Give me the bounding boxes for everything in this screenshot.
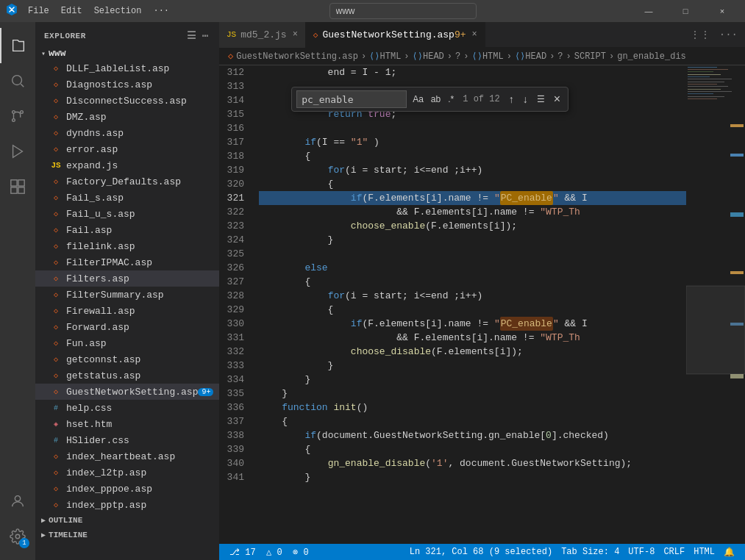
status-eol[interactable]: CRLF — [659, 544, 689, 560]
file-item-index-heartbeat[interactable]: ◇ index_heartbeat.asp — [35, 448, 219, 464]
find-all-button[interactable]: ☰ — [534, 91, 548, 107]
file-item-disconnectsuccess[interactable]: ◇ DisconnectSuccess.asp — [35, 93, 219, 109]
code-line-331: && F.elements[i].name != "WTP_Th — [259, 331, 686, 345]
svg-rect-21 — [688, 89, 721, 90]
bc-filename[interactable]: GuestNetworkSetting.asp — [236, 51, 358, 62]
svg-rect-23 — [688, 93, 713, 94]
file-name: index_heartbeat.asp — [66, 451, 175, 462]
ln-316: 316 — [219, 121, 250, 135]
bc-head[interactable]: HEAD — [423, 51, 444, 62]
activity-source-control[interactable] — [0, 98, 35, 134]
find-input[interactable] — [296, 90, 407, 108]
tab-guestnetwork[interactable]: ◇ GuestNetworkSetting.asp 9+ × — [306, 22, 485, 48]
bc-html2-icon: ⟨⟩ — [471, 51, 482, 62]
ln-325: 325 — [219, 247, 250, 261]
whole-word-button[interactable]: ab — [428, 91, 443, 107]
activity-search[interactable] — [0, 63, 35, 98]
status-position[interactable]: Ln 321, Col 68 (9 selected) — [405, 544, 557, 560]
file-item-hset[interactable]: ◈ hset.htm — [35, 416, 219, 432]
bc-head2-icon: ⟨⟩ — [515, 51, 525, 62]
file-item-guestnetwork[interactable]: ◇ GuestNetworkSetting.asp 9+ — [35, 384, 219, 400]
tab-md5[interactable]: JS md5_2.js × — [219, 22, 306, 48]
find-close-button[interactable]: × — [551, 91, 563, 107]
file-item-hslider[interactable]: # HSlider.css — [35, 432, 219, 448]
bc-html-icon: ⟨⟩ — [369, 51, 379, 62]
file-item-index-pppoe[interactable]: ◇ index_pppoe.asp — [35, 481, 219, 497]
file-item-fail-s[interactable]: ◇ Fail_s.asp — [35, 190, 219, 206]
find-prev-button[interactable]: ↑ — [506, 91, 517, 107]
file-item-filters[interactable]: ◇ Filters.asp — [35, 270, 219, 287]
file-item-index-pptp[interactable]: ◇ index_pptp.asp — [35, 497, 219, 513]
maximize-button[interactable]: □ — [669, 0, 702, 22]
new-folder-icon[interactable]: ⋯ — [201, 28, 210, 43]
file-item-index-l2tp[interactable]: ◇ index_l2tp.asp — [35, 464, 219, 481]
settings-badge: 1 — [19, 538, 29, 548]
bc-html2[interactable]: HTML — [482, 51, 504, 62]
file-item-filteripmac[interactable]: ◇ FilterIPMAC.asp — [35, 254, 219, 270]
code-line-329: { — [259, 303, 686, 317]
tab-bar-more-icon[interactable]: ··· — [715, 22, 742, 48]
menu-file[interactable]: File — [24, 4, 54, 18]
status-tabsize[interactable]: Tab Size: 4 — [557, 544, 624, 560]
section-timeline[interactable]: ▶ TIMELINE — [35, 528, 219, 542]
menu-edit[interactable]: Edit — [57, 4, 87, 18]
bc-html[interactable]: HTML — [380, 51, 402, 62]
activity-settings[interactable]: 1 — [0, 519, 35, 554]
status-eol-text: CRLF — [663, 547, 685, 557]
file-item-getstatus[interactable]: ◇ getstatus.asp — [35, 367, 219, 384]
find-next-button[interactable]: ↓ — [520, 91, 531, 107]
regex-button[interactable]: .* — [445, 91, 457, 107]
file-item-filtersummary[interactable]: ◇ FilterSummary.asp — [35, 287, 219, 303]
file-item-help-css[interactable]: # help.css — [35, 400, 219, 416]
split-editor-icon[interactable]: ⋮⋮ — [685, 22, 715, 48]
timeline-chevron-icon: ▶ — [41, 531, 46, 539]
activity-account[interactable] — [0, 484, 35, 519]
match-case-button[interactable]: Aa — [410, 91, 427, 107]
file-item-error[interactable]: ◇ error.asp — [35, 141, 219, 157]
file-item-forward[interactable]: ◇ Forward.asp — [35, 319, 219, 335]
minimap[interactable] — [686, 65, 745, 544]
new-file-icon[interactable]: ☰ — [185, 28, 199, 43]
svg-rect-19 — [688, 84, 717, 85]
code-content[interactable]: end = I - 1; if(start == '' || end == ''… — [256, 65, 686, 544]
file-item-firewall[interactable]: ◇ Firewall.asp — [35, 303, 219, 319]
tab-md5-close[interactable]: × — [293, 29, 298, 40]
close-button[interactable]: × — [705, 0, 739, 22]
svg-rect-8 — [18, 187, 24, 193]
minimize-button[interactable]: — — [632, 0, 666, 22]
status-language[interactable]: HTML — [689, 544, 719, 560]
file-item-fail-u-s[interactable]: ◇ Fail_u_s.asp — [35, 206, 219, 222]
file-item-fun[interactable]: ◇ Fun.asp — [35, 335, 219, 351]
status-git[interactable]: ⎇ 17 △ 0 ⊗ 0 — [225, 544, 313, 560]
activity-extensions[interactable] — [0, 169, 35, 204]
file-item-dllfLableList[interactable]: ◇ DLLF_lableList.asp — [35, 60, 219, 76]
section-outline[interactable]: ▶ OUTLINE — [35, 513, 219, 528]
file-item-diagnostics[interactable]: ◇ Diagnostics.asp — [35, 76, 219, 93]
find-count: 1 of 12 — [460, 94, 502, 104]
status-encoding-text: UTF-8 — [628, 547, 655, 557]
menu-selection[interactable]: Selection — [90, 4, 146, 18]
file-item-expand[interactable]: JS expand.js — [35, 157, 219, 173]
bc-head2[interactable]: HEAD — [525, 51, 546, 62]
menu-more[interactable]: ··· — [149, 4, 174, 18]
status-notifications[interactable]: 🔔 — [719, 544, 739, 560]
tab-modified-count: 9+ — [455, 29, 466, 40]
file-item-dyndns[interactable]: ◇ dyndns.asp — [35, 125, 219, 141]
bc-q1[interactable]: ? — [455, 51, 460, 62]
tab-guestnetwork-close[interactable]: × — [472, 29, 477, 40]
file-item-fail[interactable]: ◇ Fail.asp — [35, 222, 219, 238]
activity-explorer[interactable] — [0, 28, 35, 63]
file-item-factory[interactable]: ◇ Factory_Defaults.asp — [35, 173, 219, 190]
svg-marker-4 — [13, 146, 23, 158]
code-editor[interactable]: 312 313 314 315 316 317 318 319 320 321 … — [219, 65, 745, 544]
bc-script[interactable]: SCRIPT — [574, 51, 606, 62]
file-item-filelink[interactable]: ◇ filelink.asp — [35, 238, 219, 254]
file-item-getconnst[interactable]: ◇ getconnst.asp — [35, 351, 219, 367]
activity-run[interactable] — [0, 134, 35, 169]
folder-www[interactable]: ▾ www — [35, 46, 219, 60]
bc-q2[interactable]: ? — [557, 51, 563, 62]
global-search-input[interactable] — [329, 3, 477, 19]
status-encoding[interactable]: UTF-8 — [624, 544, 659, 560]
file-item-dmz[interactable]: ◇ DMZ.asp — [35, 109, 219, 125]
bc-fn[interactable]: gn_enable_dis — [617, 51, 686, 62]
